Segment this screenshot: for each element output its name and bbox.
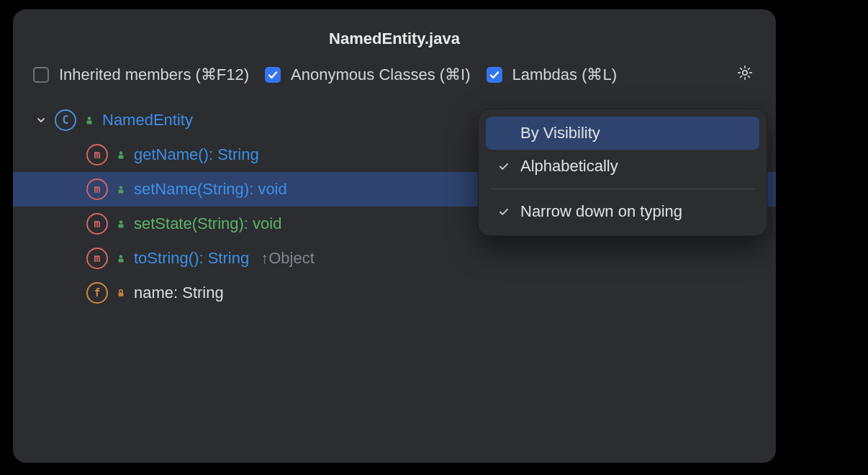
svg-point-5 [119, 186, 123, 189]
checkbox-box [265, 67, 281, 83]
tree-node-inherited-from: ↑Object [261, 249, 315, 268]
checkbox-inherited-members[interactable]: Inherited members (⌘F12) [33, 65, 249, 84]
class-icon: C [55, 109, 76, 131]
public-visibility-icon [115, 149, 127, 160]
menu-item-label: Alphabetically [520, 157, 618, 176]
checkbox-box [33, 67, 49, 83]
svg-point-9 [119, 255, 123, 258]
method-icon: m [86, 144, 108, 166]
svg-point-7 [119, 220, 123, 224]
menu-item-label: By Visibility [520, 124, 600, 142]
tree-node-label: toString(): String [134, 249, 249, 268]
tree-node-field[interactable]: f name: String [13, 276, 776, 310]
checkbox-box [487, 67, 502, 83]
menu-item-label: Narrow down on typing [520, 202, 682, 221]
svg-rect-6 [119, 190, 124, 194]
public-visibility-icon [115, 253, 127, 264]
tree-node-label: name: String [134, 284, 224, 302]
public-visibility-icon [115, 184, 127, 195]
svg-rect-4 [119, 155, 124, 159]
toolbar: Inherited members (⌘F12) Anonymous Class… [13, 61, 776, 96]
svg-point-3 [119, 151, 123, 155]
gear-icon [736, 64, 754, 86]
tree-node-label: NamedEntity [102, 111, 193, 130]
checkbox-label: Lambdas (⌘L) [512, 65, 618, 84]
field-icon: f [86, 282, 108, 304]
checkbox-lambdas[interactable]: Lambdas (⌘L) [487, 65, 618, 84]
method-icon: m [86, 213, 108, 235]
tree-node-method[interactable]: m toString(): String ↑Object [13, 241, 776, 276]
popup-title: NamedEntity.java [13, 9, 776, 61]
svg-point-1 [88, 117, 91, 120]
method-icon: m [86, 248, 108, 269]
check-icon [496, 160, 512, 172]
method-icon: m [86, 178, 108, 200]
svg-rect-2 [87, 121, 92, 125]
check-icon [496, 206, 512, 217]
file-structure-popup: NamedEntity.java Inherited members (⌘F12… [13, 9, 776, 463]
public-visibility-icon [83, 114, 95, 126]
svg-point-0 [743, 71, 747, 75]
tree-node-label: setState(String): void [134, 214, 281, 233]
tree-node-label: getName(): String [134, 145, 259, 164]
menu-separator [490, 189, 755, 189]
settings-menu: By Visibility Alphabetically Narrow down… [478, 109, 767, 236]
checkbox-label: Inherited members (⌘F12) [59, 65, 249, 84]
checkbox-label: Anonymous Classes (⌘I) [291, 65, 470, 84]
svg-rect-10 [119, 259, 124, 263]
settings-button[interactable] [734, 64, 756, 86]
checkbox-anonymous-classes[interactable]: Anonymous Classes (⌘I) [265, 65, 470, 84]
svg-rect-8 [119, 225, 124, 228]
private-visibility-icon [115, 287, 127, 299]
menu-item-alphabetically[interactable]: Alphabetically [486, 150, 759, 183]
public-visibility-icon [115, 218, 127, 230]
tree-node-label: setName(String): void [134, 180, 287, 199]
chevron-down-icon [35, 115, 48, 125]
svg-rect-11 [119, 292, 124, 297]
menu-item-narrow-down[interactable]: Narrow down on typing [486, 195, 759, 228]
menu-item-by-visibility[interactable]: By Visibility [486, 117, 759, 150]
